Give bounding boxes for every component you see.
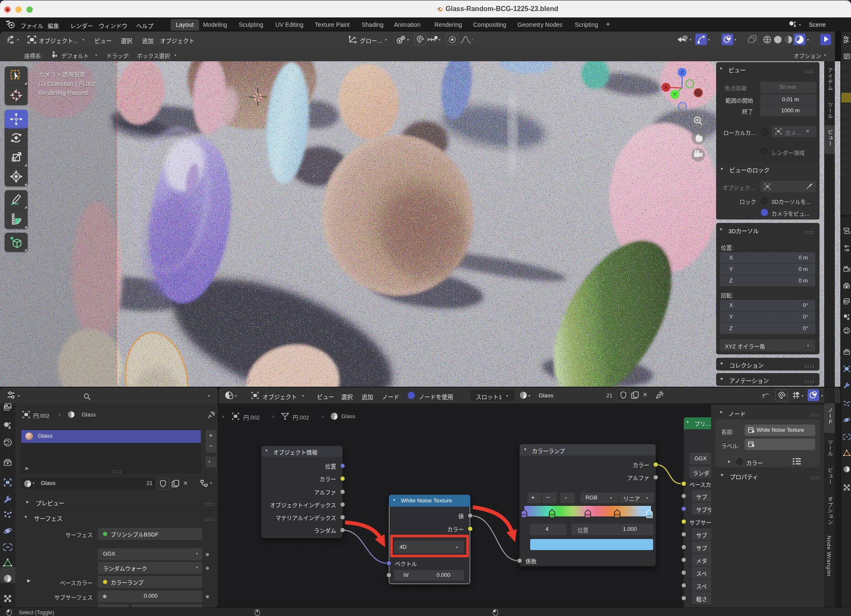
svg-text:X: X	[664, 85, 668, 90]
svg-text:Y: Y	[673, 92, 677, 97]
svg-text:Z: Z	[681, 70, 684, 75]
